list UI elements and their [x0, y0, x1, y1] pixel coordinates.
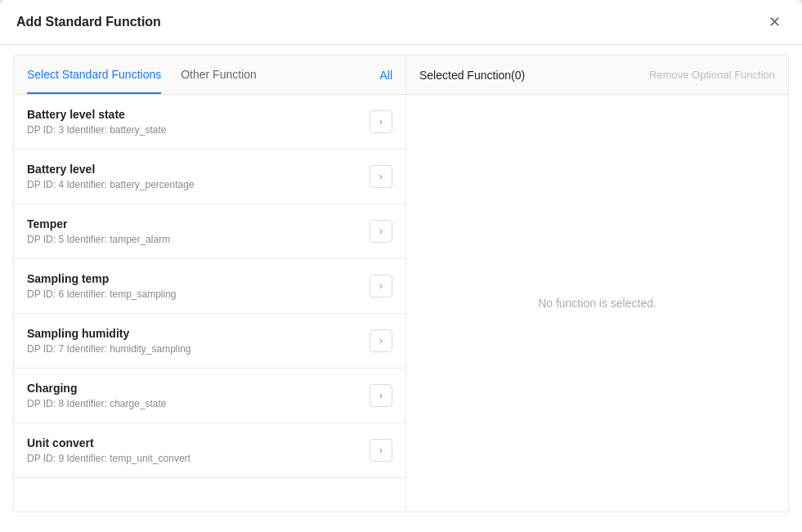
function-info: Unit convertDP ID: 9 Identifier: temp_un… [27, 436, 190, 464]
function-info: ChargingDP ID: 8 Identifier: charge_stat… [27, 382, 167, 409]
tab-select-standard[interactable]: Select Standard Functions [27, 56, 161, 94]
chevron-right-icon[interactable]: › [370, 384, 392, 407]
function-meta: DP ID: 3 Identifier: battery_state [27, 124, 167, 136]
tab-other-function[interactable]: Other Function [181, 56, 257, 94]
function-item[interactable]: Sampling tempDP ID: 6 Identifier: temp_s… [14, 259, 405, 314]
right-header: Selected Function(0) Remove Optional Fun… [406, 56, 788, 95]
function-meta: DP ID: 9 Identifier: temp_unit_convert [27, 453, 190, 464]
function-meta: DP ID: 7 Identifier: humidity_sampling [27, 343, 191, 355]
function-info: Sampling humidityDP ID: 7 Identifier: hu… [27, 327, 191, 355]
function-meta: DP ID: 6 Identifier: temp_sampling [27, 288, 177, 300]
dialog-body: Select Standard Functions Other Function… [13, 55, 789, 512]
function-info: Sampling tempDP ID: 6 Identifier: temp_s… [27, 272, 177, 300]
function-name: Temper [27, 217, 170, 230]
left-panel: Select Standard Functions Other Function… [14, 56, 406, 512]
dialog-header: Add Standard Function ✕ [0, 0, 802, 45]
function-meta: DP ID: 4 Identifier: battery_percentage [27, 179, 195, 190]
tab-all[interactable]: All [379, 69, 392, 82]
chevron-right-icon[interactable]: › [370, 165, 392, 188]
function-item[interactable]: Unit convertDP ID: 9 Identifier: temp_un… [14, 423, 405, 478]
empty-message: No function is selected. [538, 297, 656, 310]
function-info: Battery level stateDP ID: 3 Identifier: … [27, 108, 167, 136]
function-meta: DP ID: 5 Identifier: tamper_alarm [27, 234, 170, 245]
function-list: Battery level stateDP ID: 3 Identifier: … [14, 95, 405, 512]
function-name: Battery level state [27, 108, 167, 121]
function-item[interactable]: TemperDP ID: 5 Identifier: tamper_alarm› [14, 204, 405, 259]
add-standard-function-dialog: Add Standard Function ✕ Select Standard … [0, 0, 802, 532]
function-meta: DP ID: 8 Identifier: charge_state [27, 398, 167, 409]
function-info: Battery levelDP ID: 4 Identifier: batter… [27, 163, 195, 190]
chevron-right-icon[interactable]: › [370, 329, 392, 352]
tab-bar: Select Standard Functions Other Function… [14, 56, 405, 95]
right-panel: Selected Function(0) Remove Optional Fun… [406, 56, 788, 512]
function-info: TemperDP ID: 5 Identifier: tamper_alarm [27, 217, 170, 245]
function-item[interactable]: ChargingDP ID: 8 Identifier: charge_stat… [14, 369, 405, 423]
chevron-right-icon[interactable]: › [370, 110, 392, 133]
function-name: Battery level [27, 163, 195, 176]
function-item[interactable]: Battery levelDP ID: 4 Identifier: batter… [14, 150, 405, 204]
function-name: Sampling humidity [27, 327, 191, 340]
dialog-footer: Cancel OK [0, 522, 802, 532]
function-name: Charging [27, 382, 167, 395]
function-item[interactable]: Battery level stateDP ID: 3 Identifier: … [14, 95, 405, 150]
chevron-right-icon[interactable]: › [370, 220, 392, 243]
remove-optional-button[interactable]: Remove Optional Function [649, 69, 775, 81]
chevron-right-icon[interactable]: › [370, 439, 392, 462]
chevron-right-icon[interactable]: › [370, 275, 392, 297]
dialog-title: Add Standard Function [16, 15, 161, 29]
close-button[interactable]: ✕ [764, 13, 786, 31]
function-name: Unit convert [27, 436, 190, 449]
function-name: Sampling temp [27, 272, 177, 285]
empty-state: No function is selected. [406, 95, 788, 512]
selected-function-title: Selected Function(0) [419, 69, 525, 82]
function-item[interactable]: Sampling humidityDP ID: 7 Identifier: hu… [14, 314, 405, 369]
